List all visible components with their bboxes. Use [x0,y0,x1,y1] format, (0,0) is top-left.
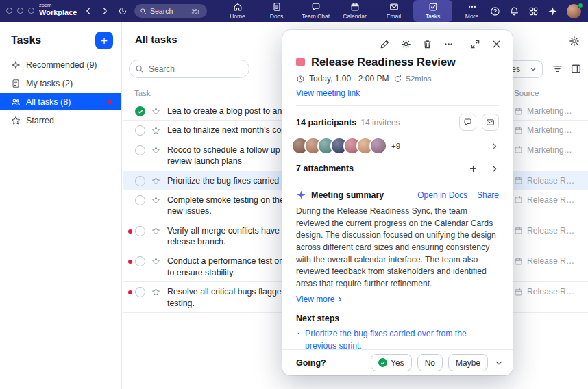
task-complete-toggle[interactable] [135,106,145,116]
priority-dot [125,145,135,149]
event-title-row: Release Readiness Review [282,51,513,68]
chevron-right-icon[interactable] [490,164,499,173]
check-icon [378,358,387,367]
global-search[interactable]: Search ⌘F [134,4,207,18]
back-icon[interactable] [84,6,93,16]
star-icon[interactable] [151,257,160,266]
tasks-icon [428,2,438,12]
task-search-input[interactable] [129,60,249,78]
edit-pencil-icon[interactable] [380,39,390,49]
task-complete-toggle[interactable] [135,226,145,236]
task-complete-toggle[interactable] [135,125,145,136]
calendar-icon [514,107,523,116]
task-source: Release R… [507,195,588,205]
add-attachment-icon[interactable] [469,164,478,173]
rsvp-more-chevron[interactable] [493,357,504,368]
zoom-workplace-logo: zoom Workplace [39,3,77,16]
star-icon[interactable] [151,288,160,297]
side-panel-toggle-icon[interactable] [570,63,582,75]
avatar-overflow-count: +9 [391,142,400,150]
sidebar-item-starred[interactable]: Starred [0,112,121,129]
open-in-docs-link[interactable]: Open in Docs [417,190,467,200]
task-complete-toggle[interactable] [135,287,145,297]
nav-item-calendar[interactable]: Calendar [335,0,374,22]
attachment-actions [469,164,499,173]
sidebar-item-all-tasks[interactable]: All tasks (8) [0,93,121,110]
apps-grid-icon[interactable] [528,6,539,16]
forward-icon[interactable] [100,6,110,16]
task-complete-toggle[interactable] [135,145,145,155]
search-placeholder: Search [150,7,173,15]
nav-label: Tasks [426,13,441,20]
event-time-row: Today, 1:00 - 2:00 PM 52mins [282,68,513,84]
star-icon[interactable] [151,107,160,116]
unread-dot [108,100,112,104]
nav-item-tasks[interactable]: Tasks [413,0,452,22]
rsvp-yes-label: Yes [391,358,404,368]
priority-dot [125,286,135,294]
share-link[interactable]: Share [477,190,499,200]
nav-item-team-chat[interactable]: Team Chat [296,0,335,22]
nav-item-email[interactable]: Email [374,0,413,22]
star-icon[interactable] [151,227,160,236]
view-more-link[interactable]: View more [282,290,357,304]
participant-avatars[interactable] [296,137,387,155]
nav-item-more[interactable]: More [452,0,491,22]
next-step-link[interactable]: Prioritize the bug fixes carried over fr… [296,328,499,349]
delete-trash-icon[interactable] [422,39,432,49]
email-icon [389,2,399,12]
settings-gear-icon[interactable] [569,36,580,47]
expand-icon[interactable] [470,39,480,49]
settings-gear-icon[interactable] [401,39,411,49]
main-nav: Home Docs Team Chat Calendar Email Tasks [218,0,491,22]
window-minimize-button[interactable] [17,8,23,14]
calendar-icon [514,145,523,154]
email-participants-button[interactable] [482,114,499,131]
star-icon[interactable] [151,126,160,135]
history-icon[interactable] [118,6,127,16]
search-icon [135,64,144,73]
sparkle-icon [11,60,21,70]
star-icon[interactable] [151,196,160,205]
task-source: Release R… [507,176,588,186]
priority-dot [125,255,135,264]
chat-participants-button[interactable] [459,114,476,131]
window-controls[interactable] [6,8,34,14]
priority-dot [125,225,135,234]
rsvp-yes-button[interactable]: Yes [371,354,412,371]
chevron-right-icon[interactable] [490,142,499,151]
rsvp-maybe-button[interactable]: Maybe [448,354,488,371]
priority-dot [125,175,135,179]
star-icon[interactable] [151,177,160,186]
task-complete-toggle[interactable] [135,195,145,205]
filter-icon[interactable] [552,63,563,75]
user-avatar[interactable] [567,4,581,18]
notifications-bell-icon[interactable] [509,6,519,16]
nav-item-docs[interactable]: Docs [257,0,296,22]
rsvp-no-label: No [425,358,435,368]
help-icon[interactable] [490,6,500,16]
sidebar-item-recommended[interactable]: Recommended (9) [0,56,121,73]
add-task-button[interactable]: + [95,32,113,49]
task-complete-toggle[interactable] [135,176,145,186]
page-title: All tasks [135,34,177,45]
search-icon [140,8,147,14]
star-icon[interactable] [151,146,160,155]
nav-label: Docs [270,13,283,20]
meeting-summary-header: Meeting summary Open in Docs Share [282,181,513,200]
priority-dot [125,125,135,129]
window-close-button[interactable] [6,8,12,14]
task-complete-toggle[interactable] [135,256,145,266]
view-meeting-link[interactable]: View meeting link [282,84,373,98]
sidebar-item-my-tasks[interactable]: My tasks (2) [0,75,121,92]
recurrence-icon [393,75,402,84]
more-icon [467,2,477,12]
ai-companion-icon[interactable] [548,6,558,16]
more-options-icon[interactable] [443,39,454,49]
window-maximize-button[interactable] [28,8,34,14]
nav-label: Email [387,13,401,20]
close-icon[interactable] [491,39,502,49]
rsvp-no-button[interactable]: No [417,354,443,371]
nav-item-home[interactable]: Home [218,0,257,22]
rsvp-maybe-label: Maybe [456,358,480,368]
